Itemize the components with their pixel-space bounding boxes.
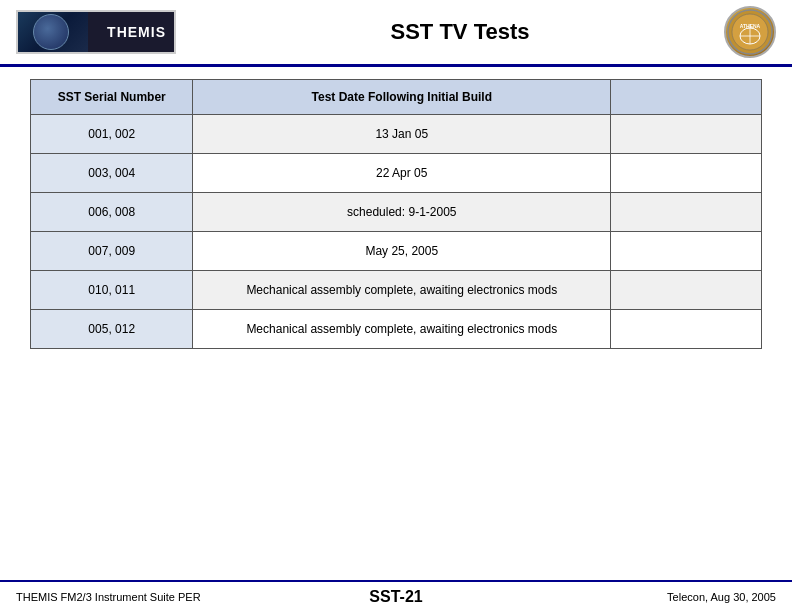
cell-date: May 25, 2005	[193, 232, 611, 271]
page-title: SST TV Tests	[196, 19, 724, 45]
cell-date: scheduled: 9-1-2005	[193, 193, 611, 232]
cell-serial: 005, 012	[31, 310, 193, 349]
cell-date: Mechanical assembly complete, awaiting e…	[193, 310, 611, 349]
cell-extra	[611, 193, 762, 232]
table-row: 010, 011Mechanical assembly complete, aw…	[31, 271, 762, 310]
cell-extra	[611, 154, 762, 193]
cell-extra	[611, 310, 762, 349]
table-body: 001, 00213 Jan 05003, 00422 Apr 05006, 0…	[31, 115, 762, 349]
footer-left: THEMIS FM2/3 Instrument Suite PER	[16, 591, 269, 603]
cell-extra	[611, 271, 762, 310]
athena-logo: ATHENA	[724, 6, 776, 58]
logo-text: THEMIS	[107, 24, 166, 40]
col-date-header: Test Date Following Initial Build	[193, 80, 611, 115]
footer-right: Telecon, Aug 30, 2005	[523, 591, 776, 603]
footer-center: SST-21	[269, 588, 522, 606]
header: THEMIS SST TV Tests ATHENA	[0, 0, 792, 67]
main-content: SST Serial Number Test Date Following In…	[0, 67, 792, 361]
table-header-row: SST Serial Number Test Date Following In…	[31, 80, 762, 115]
logo-container: THEMIS	[16, 10, 196, 54]
cell-date: Mechanical assembly complete, awaiting e…	[193, 271, 611, 310]
table-header: SST Serial Number Test Date Following In…	[31, 80, 762, 115]
cell-extra	[611, 115, 762, 154]
col-serial-header: SST Serial Number	[31, 80, 193, 115]
cell-serial: 001, 002	[31, 115, 193, 154]
cell-date: 22 Apr 05	[193, 154, 611, 193]
table-row: 005, 012Mechanical assembly complete, aw…	[31, 310, 762, 349]
table-row: 001, 00213 Jan 05	[31, 115, 762, 154]
footer: THEMIS FM2/3 Instrument Suite PER SST-21…	[0, 580, 792, 612]
table-row: 003, 00422 Apr 05	[31, 154, 762, 193]
cell-date: 13 Jan 05	[193, 115, 611, 154]
cell-extra	[611, 232, 762, 271]
cell-serial: 006, 008	[31, 193, 193, 232]
cell-serial: 010, 011	[31, 271, 193, 310]
table-row: 007, 009May 25, 2005	[31, 232, 762, 271]
col-extra-header	[611, 80, 762, 115]
themis-logo: THEMIS	[16, 10, 176, 54]
cell-serial: 003, 004	[31, 154, 193, 193]
sst-table: SST Serial Number Test Date Following In…	[30, 79, 762, 349]
table-row: 006, 008scheduled: 9-1-2005	[31, 193, 762, 232]
cell-serial: 007, 009	[31, 232, 193, 271]
